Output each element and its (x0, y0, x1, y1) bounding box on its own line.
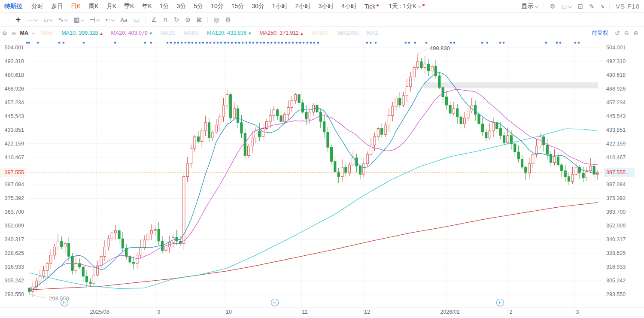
candle-body[interactable] (434, 67, 437, 76)
candle-body[interactable] (262, 129, 264, 137)
delete-drawings-tool[interactable]: ⊠ (194, 16, 205, 24)
candle-body[interactable] (212, 132, 214, 138)
candle-body[interactable] (111, 233, 113, 239)
candle-body[interactable] (550, 154, 552, 163)
layout-icon[interactable]: ◻ (559, 3, 574, 10)
arrow-tool[interactable]: ← (102, 16, 118, 24)
candle-body[interactable] (352, 158, 354, 165)
event-dot[interactable] (246, 42, 248, 44)
candle-body[interactable] (298, 94, 300, 103)
candle-body[interactable] (521, 159, 523, 167)
candle-body[interactable] (416, 62, 419, 68)
event-dot[interactable] (252, 42, 255, 44)
event-dot[interactable] (231, 42, 233, 44)
candle-body[interactable] (528, 164, 530, 173)
event-dot[interactable] (238, 42, 240, 44)
candle-body[interactable] (410, 77, 412, 86)
candle-body[interactable] (438, 76, 440, 88)
candle-body[interactable] (280, 115, 282, 121)
candle-body[interactable] (158, 229, 160, 241)
candle-body[interactable] (571, 174, 574, 181)
candle-body[interactable] (420, 62, 422, 68)
earnings-marker[interactable]: E (61, 299, 68, 306)
event-dot[interactable] (285, 42, 287, 44)
ma-item-MA10[interactable]: MA10:399.328▲ (61, 30, 103, 36)
candle-body[interactable] (381, 129, 383, 135)
event-dot[interactable] (267, 42, 269, 44)
event-dot[interactable] (281, 42, 283, 44)
candle-body[interactable] (561, 165, 563, 171)
candle-body[interactable] (197, 137, 199, 142)
candle-body[interactable] (496, 123, 498, 129)
event-dot[interactable] (453, 42, 456, 44)
candle-body[interactable] (273, 110, 275, 116)
candle-body[interactable] (474, 105, 477, 115)
candle-body[interactable] (222, 105, 225, 117)
candle-body[interactable] (553, 157, 556, 163)
candle-body[interactable] (535, 146, 538, 154)
indicator-settings-icon[interactable]: ⚙ (0, 30, 9, 36)
candle-body[interactable] (46, 263, 48, 270)
event-dot[interactable] (224, 42, 226, 44)
ma-item-MA1[interactable]: MA1: (367, 30, 380, 36)
candle-body[interactable] (532, 154, 534, 164)
candle-body[interactable] (445, 97, 447, 105)
event-dot[interactable] (274, 42, 276, 44)
event-dot[interactable] (414, 42, 416, 44)
annotate-icon[interactable]: ✎ (586, 3, 598, 10)
candle-body[interactable] (345, 167, 347, 173)
event-dot[interactable] (213, 42, 216, 44)
candle-body[interactable] (575, 167, 577, 174)
candle-body[interactable] (327, 132, 329, 148)
ma-item-MA60[interactable]: MA60: (184, 30, 199, 36)
event-dot[interactable] (206, 42, 208, 44)
candle-body[interactable] (478, 115, 480, 124)
candle-body[interactable] (402, 96, 404, 105)
candle-body[interactable] (258, 131, 261, 137)
event-dot[interactable] (217, 42, 219, 44)
pattern-tool[interactable]: ▦ (70, 16, 86, 24)
candle-body[interactable] (190, 148, 192, 164)
candle-body[interactable] (377, 129, 379, 137)
candle-body[interactable] (507, 136, 509, 142)
tab-季K[interactable]: 季K (120, 3, 138, 10)
event-dot[interactable] (235, 42, 237, 44)
event-dot[interactable] (199, 42, 201, 44)
candle-body[interactable] (240, 123, 243, 133)
hide-drawings-tool[interactable]: ⊘ (182, 16, 194, 24)
event-dot[interactable] (114, 42, 116, 44)
candle-body[interactable] (453, 109, 455, 113)
event-dot[interactable] (425, 42, 428, 44)
tab-4小时[interactable]: 4小时 (337, 3, 361, 10)
candle-body[interactable] (485, 132, 487, 138)
candle-body[interactable] (100, 256, 102, 266)
event-dot[interactable] (578, 42, 580, 44)
toolbar-grip-icon[interactable]: ⋮⋮ (0, 17, 12, 23)
zoom-in-icon[interactable]: ⊕ (631, 30, 641, 36)
candle-body[interactable] (57, 241, 59, 247)
event-dot[interactable] (405, 42, 407, 44)
event-dot[interactable] (366, 42, 368, 44)
ma-item-MA500[interactable]: MA500: (311, 30, 330, 36)
tab-分时[interactable]: 分时 (27, 3, 47, 10)
candle-body[interactable] (237, 109, 239, 123)
event-dot[interactable] (375, 42, 377, 44)
candle-body[interactable] (359, 166, 361, 174)
candle-body[interactable] (219, 117, 221, 125)
event-dot[interactable] (249, 42, 251, 44)
event-dot[interactable] (556, 42, 558, 44)
candle-body[interactable] (93, 275, 95, 283)
candle-body[interactable] (150, 230, 152, 234)
candle-body[interactable] (388, 115, 390, 125)
event-dot[interactable] (210, 42, 212, 44)
event-dot[interactable] (177, 42, 179, 44)
tab-15分[interactable]: 15分 (228, 3, 248, 10)
angle-tool[interactable]: ∠ (148, 16, 160, 24)
event-dot[interactable] (292, 42, 294, 44)
ma-item-MA120[interactable]: MA120:432.836▼ (207, 30, 252, 36)
event-dot[interactable] (307, 42, 309, 44)
candle-body[interactable] (341, 167, 343, 177)
event-dot[interactable] (545, 42, 547, 44)
event-dot[interactable] (310, 42, 312, 44)
ma-item-MA30[interactable]: MA30: (161, 30, 176, 36)
